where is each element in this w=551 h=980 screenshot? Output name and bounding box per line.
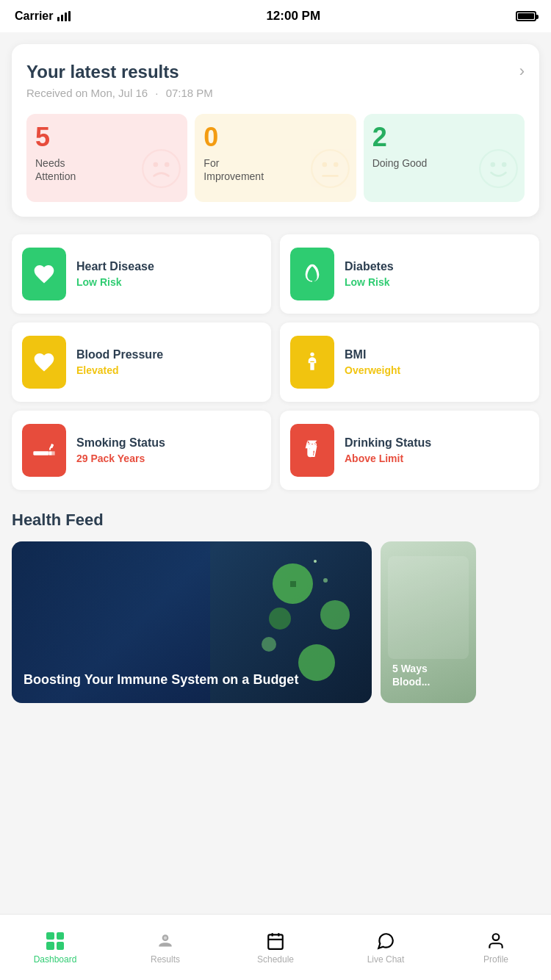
result-doing-good[interactable]: 2 Doing Good [364,114,525,202]
health-cards-section: Heart Disease Low Risk Diabetes Low Risk [0,228,551,505]
nav-item-schedule[interactable]: Schedule [220,925,331,970]
health-cards-row-3: Smoking Status 29 Pack Years Drinking St… [12,411,539,490]
bmi-status: Overweight [345,364,400,376]
blood-pressure-icon [22,336,66,389]
health-feed-section: Health Feed Boosting Your Immune [0,505,551,703]
diabetes-name: Diabetes [345,260,394,273]
nav-label-dashboard: Dashboard [34,954,77,965]
feed-article-blood-title: 5 Ways Blood... [392,662,464,688]
svg-point-5 [154,162,159,167]
heart-disease-name: Heart Disease [76,260,154,273]
feed-article-immune[interactable]: Boosting Your Immune System on a Budget [12,541,372,703]
result-emoji-red [141,148,181,198]
heart-disease-status: Low Risk [76,276,154,288]
heart-disease-card[interactable]: Heart Disease Low Risk [12,234,271,314]
nav-item-profile[interactable]: Profile [441,925,551,970]
svg-rect-17 [52,451,55,455]
svg-rect-2 [65,12,67,21]
svg-point-12 [490,162,495,167]
svg-rect-15 [33,451,48,455]
svg-rect-0 [57,17,60,21]
result-count-red: 5 [35,124,179,151]
dashboard-icon [45,931,65,951]
bottom-navigation: Dashboard Results Schedule Live Chat Pro… [0,914,551,980]
svg-point-8 [322,162,327,167]
main-content: Your latest results › Received on Mon, J… [0,44,551,769]
svg-point-4 [143,150,181,187]
result-needs-attention[interactable]: 5 NeedsAttention [26,114,187,202]
health-feed-title: Health Feed [12,511,539,530]
diabetes-card[interactable]: Diabetes Low Risk [280,234,539,314]
results-date: Received on Mon, Jul 16 · 07:18 PM [26,87,525,99]
svg-point-14 [310,353,314,356]
feed-article-blood[interactable]: 5 Ways Blood... [381,541,476,703]
result-emoji-yellow [310,148,350,198]
results-title: Your latest results [26,62,179,82]
live-chat-nav-icon [375,931,396,951]
svg-rect-3 [68,11,71,21]
svg-point-13 [502,162,507,167]
schedule-nav-icon [265,931,286,951]
smoking-icon [22,424,66,477]
diabetes-icon [290,248,334,300]
smoking-card[interactable]: Smoking Status 29 Pack Years [12,411,271,490]
carrier-label: Carrier [15,10,71,23]
status-time: 12:00 PM [266,9,320,24]
svg-point-20 [164,936,167,939]
drinking-name: Drinking Status [345,436,431,450]
blood-pressure-name: Blood Pressure [76,348,163,361]
results-chevron[interactable]: › [519,62,525,81]
nav-item-results[interactable]: Results [110,925,220,970]
svg-point-7 [311,150,349,187]
nav-item-live-chat[interactable]: Live Chat [331,925,441,970]
nav-label-schedule: Schedule [257,954,294,965]
feed-article-immune-title: Boosting Your Immune System on a Budget [24,671,360,688]
smoking-name: Smoking Status [76,436,165,450]
blood-pressure-status: Elevated [76,364,163,376]
bmi-name: BMI [345,348,400,361]
svg-point-9 [334,162,339,167]
result-count-yellow: 0 [204,124,347,151]
health-cards-row-2: Blood Pressure Elevated BMI Overweight [12,323,539,402]
profile-nav-icon [486,931,506,951]
nav-label-profile: Profile [483,954,508,965]
nav-label-live-chat: Live Chat [367,954,405,965]
diabetes-status: Low Risk [345,276,394,288]
feed-articles-list: Boosting Your Immune System on a Budget … [12,541,539,703]
drinking-card[interactable]: Drinking Status Above Limit [280,411,539,490]
drinking-icon [290,424,334,477]
svg-rect-16 [49,451,52,455]
results-grid: 5 NeedsAttention 0 ForImprovement [26,114,525,202]
nav-item-dashboard[interactable]: Dashboard [0,925,110,970]
heart-disease-icon [22,248,66,300]
health-cards-row-1: Heart Disease Low Risk Diabetes Low Risk [12,234,539,314]
results-nav-icon [155,931,176,951]
status-bar: Carrier 12:00 PM [0,0,551,32]
svg-point-11 [480,150,517,187]
smoking-status: 29 Pack Years [76,453,165,464]
svg-rect-21 [268,934,283,949]
svg-rect-1 [61,15,63,21]
result-emoji-green [478,148,519,198]
svg-point-25 [493,934,500,940]
battery-icon [516,11,536,21]
result-count-green: 2 [372,124,516,151]
bmi-icon [290,336,334,389]
svg-point-6 [165,162,170,167]
bmi-card[interactable]: BMI Overweight [280,323,539,402]
nav-label-results: Results [151,954,180,965]
drinking-status: Above Limit [345,453,431,464]
latest-results-card[interactable]: Your latest results › Received on Mon, J… [12,44,539,217]
blood-pressure-card[interactable]: Blood Pressure Elevated [12,323,271,402]
result-for-improvement[interactable]: 0 ForImprovement [195,114,356,202]
